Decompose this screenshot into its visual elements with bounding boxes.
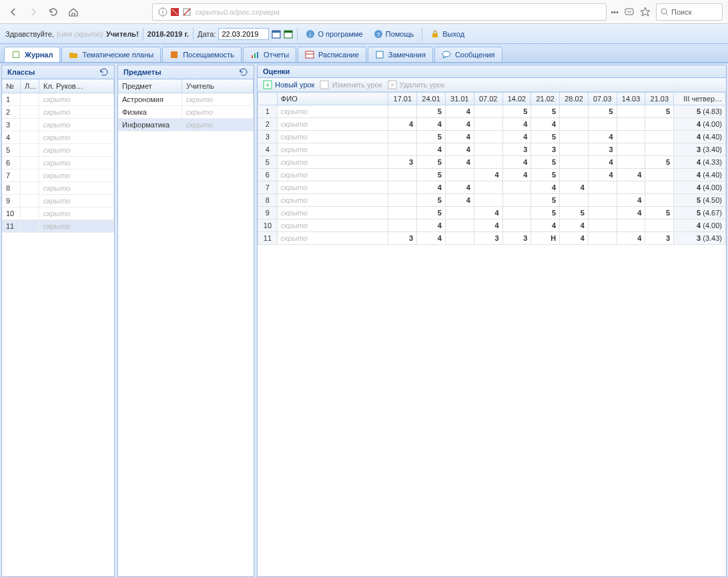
grade-cell[interactable]: 5 <box>531 207 560 219</box>
tab-schedule[interactable]: Расписание <box>298 47 366 62</box>
grade-cell[interactable] <box>474 156 502 169</box>
class-row[interactable]: 7скрыто <box>2 169 114 182</box>
grades-numhead[interactable] <box>258 93 278 105</box>
grade-cell[interactable]: 5 <box>531 156 560 169</box>
about-button[interactable]: iО программе <box>302 28 366 40</box>
grade-cell[interactable] <box>617 156 645 169</box>
grades-datehead[interactable]: 14.03 <box>617 93 645 105</box>
grade-cell[interactable] <box>617 131 645 143</box>
grade-cell[interactable]: 5 <box>417 169 446 181</box>
grades-datehead[interactable]: 24.01 <box>417 93 446 105</box>
grade-cell[interactable]: 4 <box>617 194 645 207</box>
grade-cell[interactable]: 5 <box>645 105 674 118</box>
grades-row[interactable]: 9скрыто5455455 (4.67) <box>258 207 726 219</box>
grade-cell[interactable] <box>617 118 645 131</box>
grades-datehead[interactable]: 28.02 <box>560 93 589 105</box>
grade-cell[interactable]: 4 <box>445 181 474 194</box>
grade-cell[interactable] <box>617 105 645 118</box>
grade-cell[interactable]: 4 <box>474 169 502 181</box>
grade-cell[interactable]: 5 <box>531 194 560 207</box>
grades-row[interactable]: 4скрыто443333 (3.40) <box>258 143 726 156</box>
grade-cell[interactable] <box>560 105 589 118</box>
grade-cell[interactable]: 4 <box>588 156 617 169</box>
grade-cell[interactable] <box>560 131 589 143</box>
tab-messages[interactable]: Сообщения <box>434 47 502 62</box>
grade-cell[interactable] <box>502 207 531 219</box>
grade-cell[interactable]: 3 <box>388 156 417 169</box>
class-row[interactable]: 4скрыто <box>2 131 114 144</box>
grade-cell[interactable]: 3 <box>502 143 531 156</box>
grade-cell[interactable] <box>560 118 589 131</box>
grade-cell[interactable]: 5 <box>645 207 674 219</box>
class-row[interactable]: 6скрыто <box>2 157 114 169</box>
grade-cell[interactable]: 4 <box>445 143 474 156</box>
grade-cell[interactable]: 4 <box>445 118 474 131</box>
grades-row[interactable]: 5скрыто35445454 (4.33) <box>258 156 726 169</box>
grade-cell[interactable]: 4 <box>417 181 446 194</box>
grade-cell[interactable] <box>502 194 531 207</box>
col-num[interactable]: № <box>2 79 21 93</box>
subject-row[interactable]: Астрономияскрыто <box>118 93 254 106</box>
grade-cell[interactable] <box>645 181 674 194</box>
tab-plans[interactable]: Тематические планы <box>61 47 161 62</box>
grade-cell[interactable] <box>617 143 645 156</box>
grades-datehead[interactable]: 31.01 <box>445 93 474 105</box>
exit-button[interactable]: Выход <box>426 28 468 40</box>
home-button[interactable] <box>65 4 81 20</box>
grades-row[interactable]: 6скрыто5445444 (4.40) <box>258 169 726 181</box>
refresh-classes-icon[interactable] <box>99 67 109 77</box>
class-row[interactable]: 11скрыто <box>2 220 114 233</box>
grade-cell[interactable] <box>645 143 674 156</box>
grades-row[interactable]: 10скрыто44444 (4.00) <box>258 219 726 232</box>
grade-cell[interactable] <box>560 156 589 169</box>
grade-cell[interactable]: 5 <box>417 105 446 118</box>
tab-attendance[interactable]: Посещаемость <box>162 47 242 62</box>
grades-datehead[interactable]: 07.02 <box>474 93 502 105</box>
grade-cell[interactable]: 4 <box>531 181 560 194</box>
grade-cell[interactable] <box>560 143 589 156</box>
calendar-icon[interactable] <box>272 29 281 39</box>
grades-datehead[interactable]: 07.03 <box>588 93 617 105</box>
grades-quarterhead[interactable]: III четвер… <box>674 93 726 105</box>
grade-cell[interactable]: 5 <box>645 156 674 169</box>
grade-cell[interactable] <box>617 181 645 194</box>
grade-cell[interactable]: 4 <box>531 118 560 131</box>
grade-cell[interactable] <box>388 207 417 219</box>
grade-cell[interactable]: 4 <box>417 232 446 245</box>
grade-cell[interactable]: 4 <box>531 219 560 232</box>
grade-cell[interactable]: 4 <box>617 232 645 245</box>
grade-cell[interactable] <box>502 219 531 232</box>
grade-cell[interactable] <box>388 105 417 118</box>
grade-cell[interactable]: 4 <box>502 169 531 181</box>
grade-cell[interactable]: 5 <box>531 105 560 118</box>
subject-row[interactable]: Физикаскрыто <box>118 106 254 119</box>
grade-cell[interactable]: Н <box>531 232 560 245</box>
grade-cell[interactable] <box>445 169 474 181</box>
class-row[interactable]: 1скрыто <box>2 93 114 106</box>
more-icon[interactable]: ••• <box>611 8 619 16</box>
grade-cell[interactable]: 4 <box>617 207 645 219</box>
grades-row[interactable]: 2скрыто444444 (4.00) <box>258 118 726 131</box>
grade-cell[interactable] <box>560 194 589 207</box>
grade-cell[interactable] <box>588 118 617 131</box>
grade-cell[interactable]: 5 <box>417 156 446 169</box>
grade-cell[interactable] <box>588 219 617 232</box>
subject-row[interactable]: Информатикаскрыто <box>118 119 254 131</box>
grade-cell[interactable] <box>474 105 502 118</box>
col-subject[interactable]: Предмет <box>118 79 182 93</box>
grade-cell[interactable] <box>388 169 417 181</box>
grades-row[interactable]: 8скрыто54545 (4.50) <box>258 194 726 207</box>
grade-cell[interactable] <box>388 219 417 232</box>
tab-journal[interactable]: Журнал <box>4 47 60 62</box>
class-row[interactable]: 9скрыто <box>2 195 114 207</box>
grade-cell[interactable]: 5 <box>531 131 560 143</box>
grade-cell[interactable] <box>474 118 502 131</box>
class-row[interactable]: 2скрыто <box>2 106 114 119</box>
grade-cell[interactable]: 4 <box>588 169 617 181</box>
back-button[interactable] <box>5 4 21 20</box>
grades-row[interactable]: 3скрыто544544 (4.40) <box>258 131 726 143</box>
grades-row[interactable]: 7скрыто44444 (4.00) <box>258 181 726 194</box>
tab-reports[interactable]: Отчеты <box>243 47 296 62</box>
star-icon[interactable] <box>640 7 651 17</box>
class-row[interactable]: 8скрыто <box>2 182 114 195</box>
